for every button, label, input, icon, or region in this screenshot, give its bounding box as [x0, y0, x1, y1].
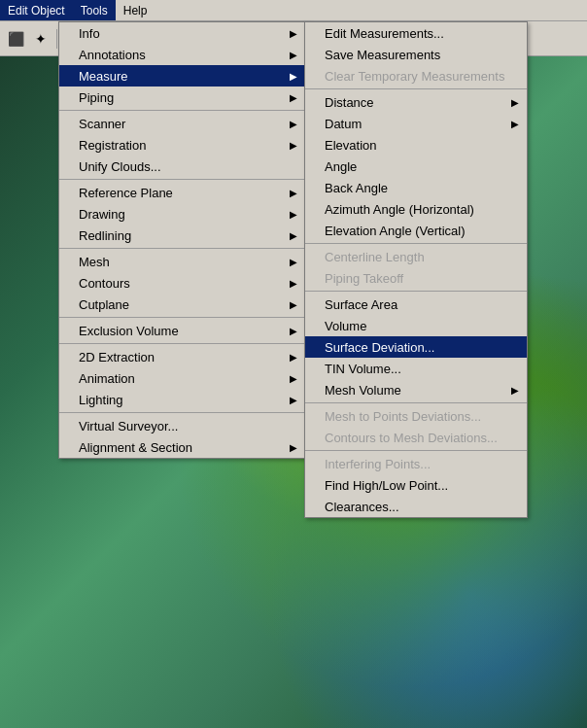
- arrow-icon: ▶: [290, 140, 297, 151]
- menu-item-save-measurements[interactable]: Save Measurements: [305, 44, 527, 65]
- tools-dropdown-menu: Info ▶ Annotations ▶ Measure ▶ Piping ▶ …: [58, 21, 306, 459]
- menu-item-measure[interactable]: Measure ▶: [59, 65, 305, 87]
- menu-item-lighting[interactable]: Lighting ▶: [59, 389, 305, 410]
- separator-6: [59, 412, 305, 413]
- menu-item-clearances[interactable]: Clearances...: [305, 496, 527, 517]
- menu-item-centerline-length[interactable]: Centerline Length: [305, 246, 527, 267]
- separator-2: [59, 179, 305, 180]
- menu-item-angle[interactable]: Angle: [305, 156, 527, 177]
- menu-item-mesh[interactable]: Mesh ▶: [59, 251, 305, 272]
- submenu-separator-3: [305, 291, 527, 292]
- menu-item-clear-temp[interactable]: Clear Temporary Measurements: [305, 65, 527, 87]
- menu-item-interfering-points[interactable]: Interfering Points...: [305, 453, 527, 474]
- separator-5: [59, 343, 305, 344]
- arrow-icon: ▶: [290, 326, 297, 336]
- menu-item-drawing[interactable]: Drawing ▶: [59, 203, 305, 225]
- arrow-icon: ▶: [290, 442, 297, 453]
- menu-item-elevation[interactable]: Elevation: [305, 134, 527, 156]
- arrow-icon: ▶: [290, 50, 297, 60]
- arrow-icon: ▶: [290, 373, 297, 384]
- menu-item-piping-takeoff[interactable]: Piping Takeoff: [305, 267, 527, 289]
- toolbar-btn-1[interactable]: ⬛: [4, 27, 27, 51]
- menu-item-redlining[interactable]: Redlining ▶: [59, 225, 305, 246]
- menu-item-surface-deviation[interactable]: Surface Deviation...: [305, 336, 527, 358]
- menu-item-azimuth-angle[interactable]: Azimuth Angle (Horizontal): [305, 198, 527, 220]
- submenu-separator-5: [305, 450, 527, 451]
- menu-item-edit-measurements[interactable]: Edit Measurements...: [305, 22, 527, 44]
- menubar-edit-object[interactable]: Edit Object: [0, 0, 73, 20]
- arrow-icon: ▶: [290, 28, 297, 39]
- arrow-icon: ▶: [290, 278, 297, 289]
- menubar: Edit Object Tools Help: [0, 0, 587, 21]
- arrow-icon: ▶: [290, 352, 297, 363]
- separator-1: [59, 110, 305, 111]
- menu-item-back-angle[interactable]: Back Angle: [305, 177, 527, 198]
- menu-item-contours-to-mesh[interactable]: Contours to Mesh Deviations...: [305, 427, 527, 448]
- menu-item-elevation-angle[interactable]: Elevation Angle (Vertical): [305, 220, 527, 241]
- measure-submenu: Edit Measurements... Save Measurements C…: [304, 21, 528, 518]
- toolbar-separator-1: [56, 29, 57, 49]
- arrow-icon: ▶: [511, 119, 519, 129]
- arrow-icon: ▶: [290, 230, 297, 241]
- menu-item-tin-volume[interactable]: TIN Volume...: [305, 358, 527, 379]
- menu-item-registration[interactable]: Registration ▶: [59, 134, 305, 156]
- arrow-icon: ▶: [290, 209, 297, 220]
- menu-item-surface-area[interactable]: Surface Area: [305, 294, 527, 315]
- menu-item-animation[interactable]: Animation ▶: [59, 367, 305, 389]
- arrow-icon: ▶: [290, 257, 297, 267]
- toolbar-btn-2[interactable]: ✦: [29, 27, 52, 51]
- menu-item-find-high-low[interactable]: Find High/Low Point...: [305, 474, 527, 496]
- submenu-separator-4: [305, 402, 527, 403]
- menu-item-exclusion-volume[interactable]: Exclusion Volume ▶: [59, 320, 305, 341]
- menu-item-datum[interactable]: Datum ▶: [305, 113, 527, 134]
- submenu-separator-1: [305, 88, 527, 89]
- arrow-icon: ▶: [290, 71, 297, 82]
- menubar-help[interactable]: Help: [116, 0, 155, 20]
- menu-item-reference-plane[interactable]: Reference Plane ▶: [59, 182, 305, 203]
- arrow-icon: ▶: [290, 395, 297, 405]
- arrow-icon: ▶: [511, 385, 519, 396]
- separator-3: [59, 248, 305, 249]
- menu-item-piping[interactable]: Piping ▶: [59, 87, 305, 108]
- menu-item-annotations[interactable]: Annotations ▶: [59, 44, 305, 65]
- menubar-tools[interactable]: Tools: [73, 0, 116, 20]
- menu-item-scanner[interactable]: Scanner ▶: [59, 113, 305, 134]
- arrow-icon: ▶: [290, 92, 297, 103]
- menu-item-distance[interactable]: Distance ▶: [305, 91, 527, 113]
- menu-item-2d-extraction[interactable]: 2D Extraction ▶: [59, 346, 305, 367]
- arrow-icon: ▶: [290, 299, 297, 310]
- menu-item-volume[interactable]: Volume: [305, 315, 527, 336]
- arrow-icon: ▶: [290, 188, 297, 198]
- separator-4: [59, 317, 305, 318]
- menu-item-unify-clouds[interactable]: Unify Clouds...: [59, 156, 305, 177]
- menu-item-cutplane[interactable]: Cutplane ▶: [59, 294, 305, 315]
- arrow-icon: ▶: [290, 119, 297, 129]
- menu-item-mesh-to-points[interactable]: Mesh to Points Deviations...: [305, 405, 527, 427]
- arrow-icon: ▶: [511, 97, 519, 108]
- menu-item-virtual-surveyor[interactable]: Virtual Surveyor...: [59, 415, 305, 436]
- menu-item-mesh-volume[interactable]: Mesh Volume ▶: [305, 379, 527, 400]
- menu-item-alignment-section[interactable]: Alignment & Section ▶: [59, 436, 305, 458]
- menu-item-info[interactable]: Info ▶: [59, 22, 305, 44]
- submenu-separator-2: [305, 243, 527, 244]
- menu-item-contours[interactable]: Contours ▶: [59, 272, 305, 294]
